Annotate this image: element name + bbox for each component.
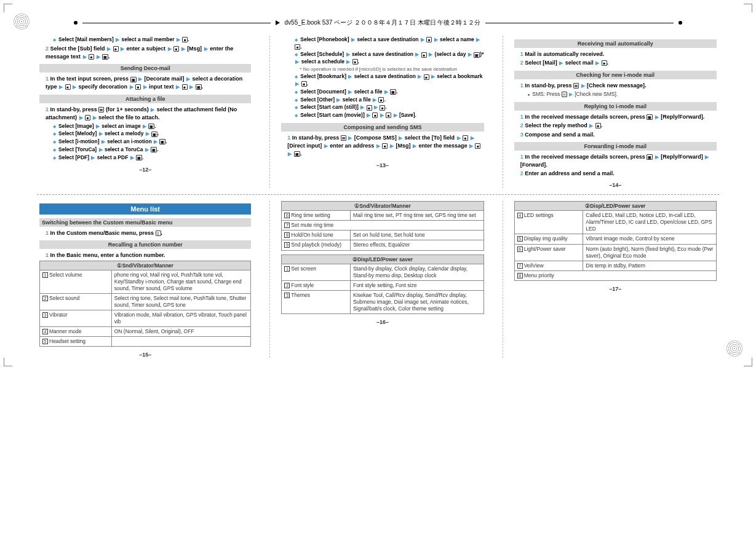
table-row: 2Select soundSelect ring tone, Select ma… [40,293,251,310]
panel-16: ①Snd/Vibrator/Manner 6Ring time settingM… [269,201,486,358]
camera-key-icon: ▣ [647,114,653,120]
step-check: 1 In stand-by, press ✉ ▶ [Check new mess… [520,82,717,90]
crop-mark [4,358,12,366]
table-cell-value: Stand-by display, Clock display, Calenda… [350,264,483,280]
mail-key-icon: ✉ [562,92,567,97]
row-divider [37,194,719,195]
step-recv-1: 1 Mail is automatically received. [520,50,717,58]
panel-17: ②Disp/LED/Power saver 4LED settingsCalle… [503,201,719,358]
heading-check-new: Checking for new i-mode mail [514,71,717,79]
step-reply-2: 2 Select the reply method ▶ ■. [520,122,717,130]
center-key-icon: ■ [367,105,372,111]
registration-mark [14,14,30,30]
table-cell-key: 6Ring time setting [282,211,351,221]
table-row: 7Set mute ring time [282,221,483,231]
step-attach: 1 In stand-by, press ✉ (for 1+ seconds) … [46,106,251,122]
camera-key-icon: ▣ [136,155,142,160]
table-cell-key: 3Themes [282,290,351,313]
table-row: 9Snd playbck (melody)Stereo effects, Equ… [282,240,483,250]
camera-key-icon: ▣ [102,54,108,60]
step-reply-1: 1 In the received message details screen… [520,113,717,121]
step-reply-3: 3 Compose and send a mail. [520,131,717,138]
header-line [82,23,271,23]
heading-sending-deco: Sending Deco-mail [39,64,251,73]
table-row: 2Font styleFont style setting, Font size [282,280,483,290]
table-snd-vibrator: ①Snd/Vibrator/Manner 1Select volumephone… [39,261,251,347]
page-number: –15– [39,352,251,358]
bullet-item: Select [Start cam (still)] ▶ ■ ▶ ■. [295,104,483,111]
page-number: –12– [39,167,251,173]
page-number: –14– [514,182,717,188]
step-fwd-1: 1 In the received message details screen… [520,153,717,168]
step-deco: 1 In the text input screen, press ▣ ▶ [D… [46,75,251,91]
page-sheet: dv55_E.book 537 ページ ２００８年４月１７日 木曜日 午後２時１… [0,0,756,370]
center-key-icon: ■ [182,84,188,90]
table-cell-key: 6Light/Power saver [514,244,583,261]
page-number: –13– [281,162,483,168]
camera-key-icon: ▣ [647,154,653,160]
mail-key-icon: ✉ [341,135,346,141]
crop-mark [744,4,752,12]
center-key-icon: ■ [426,37,432,42]
center-key-icon: ■ [113,46,119,52]
center-key-icon: ■ [372,112,378,118]
table-row: 4LED settingsCalled LED, Mail LED, Notic… [514,211,716,234]
step-recall: 1 In the Basic menu, enter a function nu… [46,251,251,259]
table-row: 7VeilViewDis temp in stdby, Pattern [514,261,716,270]
center-key-icon: ■ [463,135,468,141]
table-cell-value: Font style setting, Font size [350,280,483,290]
table-row: 5Headset setting [40,337,251,347]
table-cell-key: 5Display img quality [514,234,583,244]
camera-key-icon: ▣ [151,147,157,152]
table-title: ②Disp/LED/Power saver [282,254,483,264]
save-dest-bullets: Select [Phonebook] ▶ select a save desti… [281,36,483,119]
header-dot-icon [678,21,682,25]
top-row: Select [Mail members] ▶ select a mail me… [37,36,719,188]
table-cell-value: Called LED, Mail LED, Notice LED, In-cal… [583,211,717,234]
table-cell-value: Stereo effects, Equalizer [350,240,483,250]
bullet-item: Select [Bookmark] ▶ select a save destin… [295,73,483,88]
table-cell-key: 2Font style [282,280,351,290]
registration-mark [726,341,742,357]
center-key-icon: ■ [85,115,90,120]
mail-key-icon: ✉ [98,107,104,112]
table-cell-key: 1Set screen [282,264,351,280]
table-cell-key: 1Select volume [40,270,112,293]
camera-key-icon: ▣ [474,52,480,58]
table-cell-value [111,337,251,347]
bullet-item: Select [Schedule] ▶ select a save destin… [295,51,483,66]
bullet-item: Select [Mail members] ▶ select a mail me… [53,36,251,44]
table-cell-value: Vibrant image mode, Control by scene [583,234,717,244]
bullet-item: Select [Melody] ▶ select a melody ▶ ▣. [53,130,251,138]
bullet-item: Select [Document] ▶ select a file ▶ ▣. [295,89,483,96]
step-compose-sms: 1 In stand-by, press ✉ ▶ [Compose SMS] ▶… [287,134,483,157]
step-sub-field: 2 Select the [Sub] field ▶ ■ ▶ enter a s… [46,45,251,61]
camera-key-icon: ▣ [196,84,202,90]
crop-mark [4,4,12,12]
step-switch: 1 In the Custom menu/Basic menu, press ≡… [46,229,251,237]
camera-key-icon: ▣ [159,139,165,144]
multi-key-icon: ≡ [156,231,161,236]
center-key-icon: ■ [378,97,384,103]
table-cell: 7Set mute ring time [282,221,483,231]
book-header: dv55_E.book 537 ページ ２００８年４月１７日 木曜日 午後２時１… [74,18,682,27]
table-cell-key: 8Hold/On hold tone [282,231,351,240]
panel-12: Select [Mail members] ▶ select a mail me… [37,36,253,188]
center-key-icon: ■ [301,81,307,87]
header-dot-icon [74,21,78,25]
center-key-icon: ■ [382,143,388,149]
heading-switch-menu: Switching between the Custom menu/Basic … [39,218,251,227]
camera-key-icon: ▣ [151,132,157,137]
attach-bullets: Select [Image] ▶ select an image ▶ ▣.Sel… [39,123,251,162]
table-row: 3ThemesKisekae Tool, Call/Rcv display, S… [282,290,483,313]
sub-sms-check: SMS: Press ✉ ▶ [Check new SMS]. [528,91,717,98]
header-line [485,23,674,23]
table-snd-vibrator-cont: ①Snd/Vibrator/Manner 6Ring time settingM… [281,201,483,250]
center-key-icon: ■ [89,54,94,60]
center-key-icon: ■ [595,123,601,128]
table-cell: 8Menu priority [514,270,716,280]
table-row: 6Light/Power saverNorm (auto bright), No… [514,244,716,261]
table-cell-key: 4LED settings [514,211,583,234]
center-key-icon: ■ [380,105,385,111]
heading-attaching-file: Attaching a file [39,95,251,103]
